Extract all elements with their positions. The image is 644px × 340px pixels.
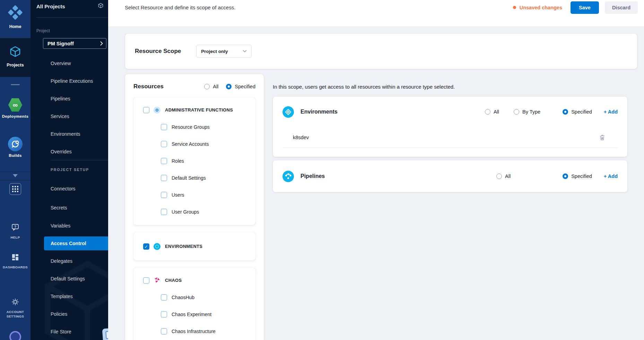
- environment-item-name: k8sdev: [293, 135, 309, 140]
- builds-icon: [8, 137, 23, 151]
- group-administrative-functions: ADMINISTRATIVE FUNCTIONS Resource Groups…: [133, 97, 255, 225]
- unsaved-changes-status: Unsaved changes: [513, 5, 562, 10]
- checkbox-environments-checked[interactable]: [143, 243, 149, 250]
- pipelines-radio-specified[interactable]: Specified: [563, 173, 592, 179]
- sidebar-item-access-control[interactable]: Access Control: [44, 236, 108, 250]
- radio-icon[interactable]: [514, 109, 519, 115]
- resources-header: Resources All Specified: [133, 74, 255, 90]
- checkbox-chaos-infrastructure[interactable]: [161, 328, 167, 334]
- environments-card-title: Environments: [301, 109, 338, 115]
- sidebar-item-policies[interactable]: Policies: [31, 307, 108, 321]
- nav-dashboards[interactable]: DASHBOARDS: [0, 253, 31, 269]
- discard-button[interactable]: Discard: [605, 1, 638, 14]
- pipelines-add-button[interactable]: + Add: [604, 173, 618, 179]
- all-projects-label: All Projects: [36, 3, 65, 9]
- nav-builds-label: Builds: [9, 153, 22, 158]
- sidebar-item-environments[interactable]: Environments: [31, 127, 108, 141]
- radio-icon[interactable]: [496, 173, 502, 179]
- all-projects-link[interactable]: All Projects: [36, 2, 104, 10]
- nav-account-settings-label2: SETTINGS: [7, 314, 24, 319]
- resource-type-row: Users: [161, 186, 252, 203]
- nav-deployments[interactable]: ∞ Deployments: [0, 98, 31, 119]
- sidebar-item-connectors[interactable]: Connectors: [31, 182, 108, 196]
- resource-type-row: Chaos Infrastructure: [161, 323, 252, 340]
- sidebar-item-pipelines[interactable]: Pipelines: [31, 92, 108, 106]
- pipelines-radio-all[interactable]: All: [496, 173, 511, 179]
- nav-help[interactable]: ? HELP: [0, 223, 31, 240]
- pipelines-card-header: Pipelines All Specified + Add: [282, 160, 618, 192]
- environments-card-header: Environments All By Type: [282, 97, 618, 127]
- checkbox-user-groups[interactable]: [161, 209, 167, 215]
- environments-radio-all[interactable]: All: [485, 109, 499, 115]
- deployments-icon: ∞: [8, 98, 23, 112]
- resource-type-label: Service Accounts: [172, 141, 209, 147]
- resource-type-label: Chaos Experiment: [172, 312, 211, 317]
- radio-label: Specified: [571, 173, 592, 179]
- sidebar-item-pipeline-executions[interactable]: Pipeline Executions: [31, 74, 108, 88]
- radio-icon[interactable]: [204, 84, 210, 89]
- resources-panel: Resources All Specified: [125, 74, 264, 340]
- save-button[interactable]: Save: [571, 1, 599, 14]
- resource-type-row: Default Settings: [161, 169, 252, 186]
- nav-builds[interactable]: Builds: [0, 137, 31, 158]
- dashboards-icon: [11, 253, 19, 263]
- resources-radio-all[interactable]: All: [204, 84, 218, 89]
- environments-radio-by-type[interactable]: By Type: [514, 109, 540, 115]
- checkbox-default-settings[interactable]: [161, 175, 167, 181]
- nav-account-settings-label1: ACCOUNT: [7, 310, 24, 314]
- main-area: Select Resource and define its scope of …: [108, 0, 644, 340]
- collapse-modules-icon[interactable]: [13, 174, 18, 177]
- checkbox-chaos-experiment[interactable]: [161, 311, 167, 317]
- checkbox-chaoshub[interactable]: [161, 294, 167, 301]
- projects-cube-icon: [97, 2, 104, 10]
- sidebar-divider: [51, 160, 108, 160]
- resource-type-row: Chaos Experiment: [161, 306, 252, 323]
- resource-type-label: ChaosHub: [172, 295, 194, 300]
- page-subtitle: Select Resource and define its scope of …: [125, 5, 235, 10]
- radio-label: All: [494, 109, 499, 115]
- delete-environment-button[interactable]: [599, 134, 605, 141]
- apps-launcher-button[interactable]: [9, 183, 21, 195]
- sidebar-item-services[interactable]: Services: [31, 109, 108, 123]
- nav-home[interactable]: Home: [0, 0, 31, 38]
- pipelines-card-title: Pipelines: [301, 173, 325, 179]
- content-area: Resource Scope Project only Resources Al…: [108, 27, 644, 340]
- nav-projects[interactable]: Projects: [0, 38, 31, 77]
- harness-logo-icon: [7, 5, 23, 22]
- scope-dropdown[interactable]: Project only: [196, 45, 252, 58]
- sidebar-item-delegates[interactable]: Delegates: [31, 254, 108, 268]
- radio-icon-selected[interactable]: [563, 109, 568, 115]
- radio-icon-selected[interactable]: [226, 84, 232, 89]
- radio-label: Specified: [235, 84, 255, 89]
- corner-illustration: [102, 328, 108, 340]
- radio-icon-selected[interactable]: [563, 173, 568, 179]
- pipelines-card: Pipelines All Specified + Add: [273, 160, 627, 192]
- sidebar-item-overview[interactable]: Overview: [31, 56, 108, 70]
- checkbox-chaos[interactable]: [143, 277, 149, 284]
- checkbox-users[interactable]: [161, 192, 167, 198]
- checkbox-roles[interactable]: [161, 158, 167, 164]
- radio-icon[interactable]: [485, 109, 490, 115]
- group-header-row: ADMINISTRATIVE FUNCTIONS: [143, 101, 252, 118]
- sidebar-item-secrets[interactable]: Secrets: [31, 201, 108, 215]
- checkbox-resource-groups[interactable]: [161, 124, 167, 130]
- user-avatar[interactable]: [9, 331, 21, 340]
- group-name: ADMINISTRATIVE FUNCTIONS: [165, 107, 233, 113]
- resource-type-row: User Groups: [161, 203, 252, 220]
- sidebar-item-templates[interactable]: Templates: [31, 289, 108, 303]
- group-chaos: CHAOS ChaosHub Chaos Experiment Chaos In…: [133, 268, 255, 340]
- checkbox-administrative-functions[interactable]: [143, 107, 149, 113]
- sidebar-item-variables[interactable]: Variables: [31, 219, 108, 233]
- checkbox-service-accounts[interactable]: [161, 141, 167, 147]
- resource-type-label: Chaos Infrastructure: [172, 329, 216, 334]
- environments-radio-specified[interactable]: Specified: [563, 109, 592, 115]
- environments-add-button[interactable]: + Add: [604, 109, 618, 115]
- sidebar-item-overrides[interactable]: Overrides: [31, 145, 108, 159]
- sidebar-item-default-settings[interactable]: Default Settings: [31, 272, 108, 286]
- project-selector[interactable]: PM Signoff: [43, 38, 106, 49]
- scope-detail-column: In this scope, users get access to all r…: [264, 74, 637, 340]
- resources-radio-specified[interactable]: Specified: [226, 84, 255, 89]
- grid-icon: [12, 186, 18, 192]
- nav-account-settings[interactable]: ACCOUNT SETTINGS: [0, 298, 31, 319]
- sidebar-item-file-store[interactable]: File Store: [31, 325, 108, 339]
